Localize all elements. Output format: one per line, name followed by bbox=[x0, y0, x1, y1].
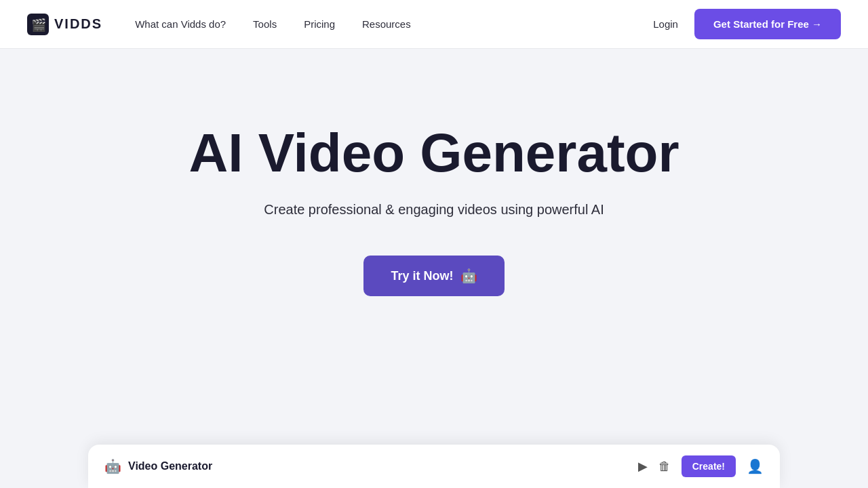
nav-item-resources[interactable]: Resources bbox=[362, 18, 411, 30]
play-button[interactable]: ▶ bbox=[638, 459, 648, 474]
logo-icon: 🎬 bbox=[27, 14, 49, 35]
bottom-bar-left: 🤖 Video Generator bbox=[104, 458, 212, 474]
create-button[interactable]: Create! bbox=[682, 455, 736, 477]
nav-links: What can Vidds do? Tools Pricing Resourc… bbox=[135, 18, 411, 30]
logo[interactable]: 🎬 VIDDS bbox=[27, 14, 102, 35]
nav-link-pricing[interactable]: Pricing bbox=[304, 18, 335, 30]
hero-subtitle: Create professional & engaging videos us… bbox=[264, 202, 604, 218]
bottom-bar: 🤖 Video Generator ▶ 🗑 Create! 👤 bbox=[88, 445, 780, 488]
play-icon: ▶ bbox=[638, 459, 648, 474]
nav-link-tools[interactable]: Tools bbox=[253, 18, 277, 30]
logo-text: VIDDS bbox=[54, 16, 102, 32]
login-button[interactable]: Login bbox=[653, 18, 678, 30]
hero-section: AI Video Generator Create professional &… bbox=[0, 49, 868, 337]
bottom-bar-robot-icon: 🤖 bbox=[104, 458, 121, 474]
delete-button[interactable]: 🗑 bbox=[658, 460, 671, 474]
nav-link-resources[interactable]: Resources bbox=[362, 18, 411, 30]
delete-icon: 🗑 bbox=[658, 460, 671, 474]
nav-left: 🎬 VIDDS What can Vidds do? Tools Pricing… bbox=[27, 14, 411, 35]
user-icon: 👤 bbox=[747, 459, 764, 474]
svg-text:🎬: 🎬 bbox=[31, 18, 47, 33]
hero-title: AI Video Generator bbox=[189, 123, 679, 183]
get-started-button[interactable]: Get Started for Free → bbox=[694, 9, 841, 39]
robot-icon: 🤖 bbox=[460, 268, 477, 284]
nav-item-tools[interactable]: Tools bbox=[253, 18, 277, 30]
nav-item-what[interactable]: What can Vidds do? bbox=[135, 18, 226, 30]
navbar: 🎬 VIDDS What can Vidds do? Tools Pricing… bbox=[0, 0, 868, 49]
bottom-bar-right: ▶ 🗑 Create! 👤 bbox=[638, 455, 764, 477]
bottom-bar-title: Video Generator bbox=[128, 460, 212, 472]
nav-right: Login Get Started for Free → bbox=[653, 9, 841, 39]
nav-item-pricing[interactable]: Pricing bbox=[304, 18, 335, 30]
try-now-button[interactable]: Try it Now! 🤖 bbox=[363, 256, 504, 296]
try-now-label: Try it Now! bbox=[391, 269, 453, 283]
nav-link-what[interactable]: What can Vidds do? bbox=[135, 18, 226, 30]
user-button[interactable]: 👤 bbox=[747, 458, 764, 474]
